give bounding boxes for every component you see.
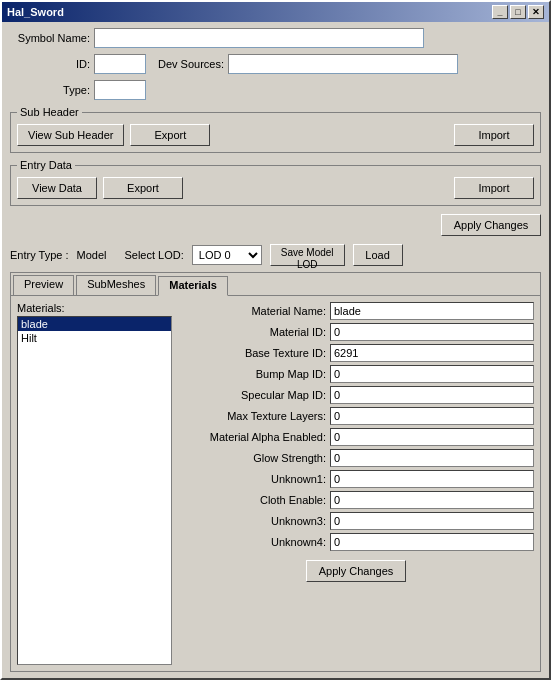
unknown3-input[interactable] [330,512,534,530]
type-row: Type: 1 [10,80,541,100]
type-label: Type: [10,84,90,96]
apply-changes-top-button[interactable]: Apply Changes [441,214,541,236]
id-label: ID: [10,58,90,70]
view-sub-header-button[interactable]: View Sub Header [17,124,124,146]
bump-map-id-row: Bump Map ID: [178,365,534,383]
specular-map-id-row: Specular Map ID: [178,386,534,404]
cloth-enable-row: Cloth Enable: [178,491,534,509]
dev-sources-input[interactable] [228,54,458,74]
material-name-label: Material Name: [178,305,326,317]
tab-materials[interactable]: Materials [158,276,228,296]
material-alpha-enabled-row: Material Alpha Enabled: [178,428,534,446]
specular-map-id-label: Specular Map ID: [178,389,326,401]
base-texture-id-input[interactable] [330,344,534,362]
materials-list: blade Hilt [17,316,172,665]
entry-data-export-button[interactable]: Export [103,177,183,199]
sub-header-export-button[interactable]: Export [130,124,210,146]
glow-strength-label: Glow Strength: [178,452,326,464]
entry-data-legend: Entry Data [17,159,75,171]
bump-map-id-input[interactable] [330,365,534,383]
materials-list-panel: Materials: blade Hilt [17,302,172,665]
list-item-blade[interactable]: blade [18,317,171,331]
entry-data-row: View Data Export Import [17,175,534,199]
sub-header-import-button[interactable]: Import [454,124,534,146]
unknown4-input[interactable] [330,533,534,551]
unknown1-input[interactable] [330,470,534,488]
sub-header-row: View Sub Header Export Import [17,122,534,146]
unknown3-row: Unknown3: [178,512,534,530]
entry-type-label: Entry Type : [10,249,69,261]
main-content: Symbol Name: Hal_Sword ID: 8113 Dev Sour… [2,22,549,678]
entry-data-import-button[interactable]: Import [454,177,534,199]
max-texture-layers-label: Max Texture Layers: [178,410,326,422]
unknown4-label: Unknown4: [178,536,326,548]
view-data-button[interactable]: View Data [17,177,97,199]
materials-tab-content: Materials: blade Hilt Material Name: Mat… [11,296,540,671]
base-texture-id-row: Base Texture ID: [178,344,534,362]
specular-map-id-input[interactable] [330,386,534,404]
base-texture-id-label: Base Texture ID: [178,347,326,359]
apply-changes-bottom-row: Apply Changes [178,560,534,582]
unknown3-label: Unknown3: [178,515,326,527]
material-alpha-enabled-input[interactable] [330,428,534,446]
sub-header-group: Sub Header View Sub Header Export Import [10,106,541,153]
sub-header-legend: Sub Header [17,106,82,118]
materials-detail: Material Name: Material ID: Base Texture… [178,302,534,665]
titlebar-controls: _ □ ✕ [492,5,544,19]
tabs-header: Preview SubMeshes Materials [11,273,540,296]
window-title: Hal_Sword [7,6,64,18]
tab-preview[interactable]: Preview [13,275,74,295]
bump-map-id-label: Bump Map ID: [178,368,326,380]
glow-strength-input[interactable] [330,449,534,467]
unknown1-label: Unknown1: [178,473,326,485]
materials-list-label: Materials: [17,302,172,314]
unknown4-row: Unknown4: [178,533,534,551]
maximize-button[interactable]: □ [510,5,526,19]
cloth-enable-label: Cloth Enable: [178,494,326,506]
material-name-input[interactable] [330,302,534,320]
material-name-row: Material Name: [178,302,534,320]
symbol-name-row: Symbol Name: Hal_Sword [10,28,541,48]
max-texture-layers-input[interactable] [330,407,534,425]
unknown1-row: Unknown1: [178,470,534,488]
save-model-lod-button[interactable]: Save ModelLOD [270,244,345,266]
glow-strength-row: Glow Strength: [178,449,534,467]
id-row: ID: 8113 Dev Sources: [10,54,541,74]
cloth-enable-input[interactable] [330,491,534,509]
tabs-container: Preview SubMeshes Materials Materials: b… [10,272,541,672]
entry-data-group: Entry Data View Data Export Import [10,159,541,206]
close-button[interactable]: ✕ [528,5,544,19]
main-window: Hal_Sword _ □ ✕ Symbol Name: Hal_Sword I… [0,0,551,680]
max-texture-layers-row: Max Texture Layers: [178,407,534,425]
dev-sources-label: Dev Sources: [158,58,224,70]
material-id-label: Material ID: [178,326,326,338]
material-id-input[interactable] [330,323,534,341]
select-lod-label: Select LOD: [124,249,183,261]
id-input[interactable]: 8113 [94,54,146,74]
apply-changes-bottom-button[interactable]: Apply Changes [306,560,406,582]
type-input[interactable]: 1 [94,80,146,100]
minimize-button[interactable]: _ [492,5,508,19]
apply-changes-top-row: Apply Changes [10,214,541,236]
lod-select[interactable]: LOD 0 LOD 1 LOD 2 [192,245,262,265]
material-id-row: Material ID: [178,323,534,341]
symbol-name-input[interactable]: Hal_Sword [94,28,424,48]
load-button[interactable]: Load [353,244,403,266]
tab-submeshes[interactable]: SubMeshes [76,275,156,295]
material-alpha-enabled-label: Material Alpha Enabled: [178,431,326,443]
entry-type-row: Entry Type : Model Select LOD: LOD 0 LOD… [10,244,541,266]
entry-type-value: Model [77,249,107,261]
symbol-name-label: Symbol Name: [10,32,90,44]
titlebar: Hal_Sword _ □ ✕ [2,2,549,22]
titlebar-title: Hal_Sword [7,6,64,18]
list-item-hilt[interactable]: Hilt [18,331,171,345]
